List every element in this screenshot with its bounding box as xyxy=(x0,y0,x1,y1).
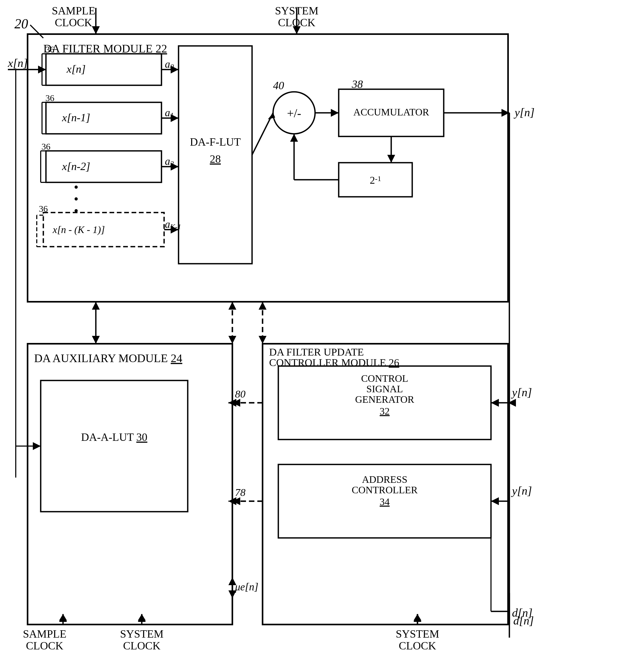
svg-rect-11 xyxy=(41,380,188,512)
svg-text:d[n]: d[n] xyxy=(513,614,534,627)
svg-text:40: 40 xyxy=(273,79,284,91)
svg-marker-59 xyxy=(491,399,499,407)
svg-text:x[n]: x[n] xyxy=(8,57,28,70)
svg-marker-23 xyxy=(33,442,41,450)
svg-line-86 xyxy=(30,25,43,38)
svg-text:y[n]: y[n] xyxy=(514,106,534,119)
diagram: 20 SAMPLE CLOCK SYSTEM CLOCK DA FILTER M… xyxy=(0,0,622,672)
svg-text:x[n-2]: x[n-2] xyxy=(62,160,90,173)
svg-text:DA FILTER MODULE 22: DA FILTER MODULE 22 xyxy=(43,42,167,55)
svg-text:x[n]: x[n] xyxy=(66,63,85,75)
svg-text:SAMPLE: SAMPLE xyxy=(23,628,66,640)
svg-marker-61 xyxy=(491,497,499,505)
svg-text:2-1: 2-1 xyxy=(370,174,381,186)
svg-text:SAMPLE: SAMPLE xyxy=(52,5,95,17)
svg-marker-155 xyxy=(59,614,67,621)
svg-text:CONTROL: CONTROL xyxy=(361,373,408,384)
svg-text:SYSTEM: SYSTEM xyxy=(120,628,164,640)
svg-text:x[n - (K - 1)]: x[n - (K - 1)] xyxy=(53,224,105,235)
svg-text:CLOCK: CLOCK xyxy=(55,16,92,29)
svg-text:SYSTEM: SYSTEM xyxy=(275,5,318,17)
svg-marker-142 xyxy=(229,302,236,310)
svg-marker-154 xyxy=(414,614,421,621)
svg-text:SIGNAL: SIGNAL xyxy=(366,383,403,395)
svg-text:CLOCK: CLOCK xyxy=(123,640,161,652)
svg-text:CLOCK: CLOCK xyxy=(399,640,436,652)
svg-rect-0 xyxy=(28,34,508,302)
svg-text:80: 80 xyxy=(235,388,245,400)
svg-line-44 xyxy=(252,113,273,155)
svg-marker-143 xyxy=(258,302,267,310)
svg-text:•: • xyxy=(74,203,78,218)
svg-text:36: 36 xyxy=(41,142,50,151)
svg-text:y[n]: y[n] xyxy=(511,484,532,497)
svg-text:CONTROLLER MODULE 26: CONTROLLER MODULE 26 xyxy=(269,357,399,368)
svg-text:CONTROLLER: CONTROLLER xyxy=(352,484,418,495)
svg-text:a0: a0 xyxy=(165,58,174,71)
svg-text:28: 28 xyxy=(210,153,221,165)
svg-text:DA AUXILIARY MODULE 24: DA AUXILIARY MODULE 24 xyxy=(34,352,182,365)
svg-marker-54 xyxy=(290,134,298,142)
svg-text:μe[n]: μe[n] xyxy=(235,581,258,593)
svg-text:36: 36 xyxy=(45,45,54,54)
svg-text:+/-: +/- xyxy=(287,107,301,120)
svg-marker-51 xyxy=(387,155,395,163)
svg-text:36: 36 xyxy=(45,93,54,103)
svg-text:a2: a2 xyxy=(165,155,174,168)
svg-text:78: 78 xyxy=(235,486,245,498)
svg-text:x[n-1]: x[n-1] xyxy=(62,112,90,123)
svg-marker-144 xyxy=(92,302,100,310)
svg-text:38: 38 xyxy=(352,78,363,90)
svg-text:CLOCK: CLOCK xyxy=(26,640,63,652)
svg-text:a1: a1 xyxy=(165,107,174,119)
svg-rect-1 xyxy=(28,344,232,625)
svg-text:DA-A-LUT 30: DA-A-LUT 30 xyxy=(81,431,147,443)
svg-text:ACCUMULATOR: ACCUMULATOR xyxy=(353,107,429,118)
svg-text:36: 36 xyxy=(39,204,48,214)
svg-rect-3 xyxy=(46,54,162,85)
svg-text:DA-F-LUT: DA-F-LUT xyxy=(190,136,241,148)
svg-text:SYSTEM: SYSTEM xyxy=(396,628,439,640)
svg-text:y[n]: y[n] xyxy=(511,386,532,399)
svg-marker-73 xyxy=(92,336,100,344)
svg-text:ADDRESS: ADDRESS xyxy=(362,474,407,485)
svg-marker-156 xyxy=(138,614,146,621)
svg-text:DA FILTER UPDATE: DA FILTER UPDATE xyxy=(269,346,364,358)
svg-text:CLOCK: CLOCK xyxy=(278,16,315,29)
svg-marker-47 xyxy=(331,109,339,117)
svg-text:34: 34 xyxy=(380,496,390,507)
svg-text:20: 20 xyxy=(14,16,28,31)
svg-text:GENERATOR: GENERATOR xyxy=(355,394,414,405)
svg-text:32: 32 xyxy=(380,406,390,417)
